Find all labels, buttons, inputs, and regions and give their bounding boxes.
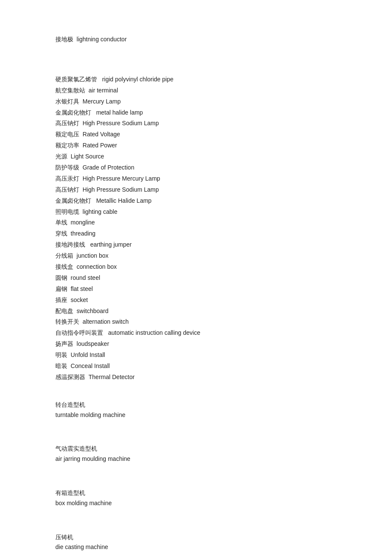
list-item: 高压钠灯 High Pressure Sodium Lamp — [55, 118, 337, 129]
list-item: 圆钢 round steel — [55, 273, 337, 284]
block-term-zh: 转台造型机 — [55, 400, 337, 410]
block-term-box: 有箱造型机 box molding machine — [55, 488, 337, 509]
list-item: 暗装 Conceal Install — [55, 361, 337, 372]
list-item: 接地跨接线 earthing jumper — [55, 239, 337, 250]
list-item: 配电盘 switchboard — [55, 306, 337, 317]
list-item: 穿线 threading — [55, 228, 337, 239]
list-item: 防护等级 Grade of Protection — [55, 162, 337, 173]
block-term-zh: 气动震实造型机 — [55, 444, 337, 454]
main-content: 接地极 lightning conductor 硬质聚氯乙烯管 rigid po… — [55, 34, 337, 552]
list-item: 高压汞灯 High Pressure Mercury Lamp — [55, 173, 337, 184]
list-item: 额定电压 Rated Voltage — [55, 129, 337, 140]
list-item: 感温探测器 Thermal Detector — [55, 372, 337, 383]
block-term-zh: 压铸机 — [55, 532, 337, 543]
block-term-en: box molding machine — [55, 498, 337, 509]
list-item: 光源 Light Source — [55, 151, 337, 162]
block-term-diecasting: 压铸机 die casting machine — [55, 532, 337, 553]
list-item: 扁钢 flat steel — [55, 284, 337, 295]
list-item: 分线箱 junction box — [55, 250, 337, 262]
term-line-0: 接地极 lightning conductor — [55, 34, 337, 45]
list-item: 金属卤化物灯 metal halide lamp — [55, 107, 337, 118]
list-item: 水银灯具 Mercury Lamp — [55, 96, 337, 107]
list-item: 扬声器 loudspeaker — [55, 339, 337, 350]
block-term-en: turntable molding machine — [55, 410, 337, 420]
block-term-zh: 有箱造型机 — [55, 488, 337, 498]
list-item: 硬质聚氯乙烯管 rigid polyvinyl chloride pipe — [55, 74, 337, 85]
block-term-en: air jarring moulding machine — [55, 454, 337, 464]
list-item: 明装 Unfold Install — [55, 350, 337, 361]
list-item: 转换开关 alternation switch — [55, 316, 337, 328]
block-term-en: die casting machine — [55, 542, 337, 552]
list-item: 插座 socket — [55, 295, 337, 306]
block-term-turntable: 转台造型机 turntable molding machine — [55, 400, 337, 420]
term-list: 硬质聚氯乙烯管 rigid polyvinyl chloride pipe 航空… — [55, 74, 337, 383]
list-item: 照明电缆 lighting cable — [55, 207, 337, 218]
list-item: 自动指令呼叫装置 automatic instruction calling d… — [55, 328, 337, 339]
list-item: 航空集散站 air terminal — [55, 85, 337, 96]
list-item: 额定功率 Rated Power — [55, 140, 337, 151]
block-term-airjarring: 气动震实造型机 air jarring moulding machine — [55, 444, 337, 464]
list-item: 金属卤化物灯 Metallic Halide Lamp — [55, 196, 337, 207]
list-item: 单线 mongline — [55, 217, 337, 228]
list-item: 接线盒 connection box — [55, 262, 337, 273]
list-item: 高压钠灯 High Pressure Sodium Lamp — [55, 184, 337, 196]
